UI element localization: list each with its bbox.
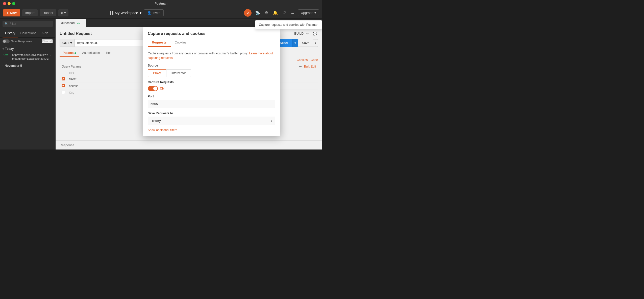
method-select[interactable]: GET ▾ <box>60 39 75 47</box>
param-checkbox-key[interactable] <box>62 91 65 94</box>
save-responses-label: Save Responses <box>11 40 32 43</box>
tooltip-bubble: Capture requests and cookies with Postma… <box>255 20 322 29</box>
antenna-icon-button[interactable]: 📡 <box>254 9 261 16</box>
today-label: Today <box>5 47 14 51</box>
workspace-caret: ▾ <box>140 11 141 15</box>
layout-icon: ⧉ <box>61 11 63 15</box>
runner-button[interactable]: Runner <box>40 9 57 16</box>
top-nav: + New Import Runner ⧉ ▾ My Workspace ▾ 👤… <box>0 7 322 19</box>
show-additional-filters-button[interactable]: Show additional filters <box>148 128 177 132</box>
workspace-icon <box>110 11 113 15</box>
heart-icon-button[interactable]: ♡ <box>281 9 287 16</box>
new-label: New <box>10 11 17 15</box>
param-checkbox-access[interactable] <box>62 84 65 87</box>
toggle-on-label: ON <box>160 87 164 90</box>
sidebar: 🔍 History Collections APIs Save Response… <box>0 19 56 150</box>
sidebar-controls: Save Responses Clear all <box>0 38 55 45</box>
req-tab-authorization[interactable]: Authorization <box>79 49 103 57</box>
source-section-label: Source <box>148 64 275 67</box>
today-section-header[interactable]: ▾ Today <box>3 47 53 51</box>
upgrade-caret: ▾ <box>314 11 316 15</box>
interceptor-source-button[interactable]: Interceptor <box>166 69 191 77</box>
modal-tabs: Requests Cookies <box>148 38 275 47</box>
title-bar: Postman <box>0 0 322 7</box>
param-checkbox-direct[interactable] <box>62 77 65 80</box>
minimize-button[interactable] <box>8 2 11 5</box>
capture-toggle[interactable] <box>148 86 158 91</box>
avatar[interactable]: ↺ <box>244 9 252 17</box>
source-buttons: Proxy Interceptor <box>148 69 275 77</box>
nov5-section-header[interactable]: › November 5 <box>3 64 53 68</box>
bulk-edit-button[interactable]: Bulk Edit <box>304 65 316 68</box>
three-dots-button[interactable]: ••• <box>299 65 303 69</box>
sidebar-search: 🔍 <box>0 19 55 29</box>
capture-modal: Capture requests and cookies Requests Co… <box>143 27 280 136</box>
search-icon: 🔍 <box>5 22 8 26</box>
edit-icon-button[interactable]: ✏ <box>306 31 310 36</box>
upgrade-button[interactable]: Upgrade ▾ <box>298 9 319 16</box>
nov5-label: November 5 <box>5 64 22 68</box>
response-label: Response <box>60 143 75 147</box>
cookies-button[interactable]: Cookies <box>297 58 308 62</box>
modal-body: Capture requests from any device or brow… <box>143 47 280 136</box>
search-input[interactable] <box>10 22 51 26</box>
invite-label: Invite <box>153 11 160 15</box>
build-label: BUILD <box>294 32 304 35</box>
app-title: Postman <box>155 2 167 5</box>
save-to-select[interactable]: History <box>148 117 275 125</box>
invite-button[interactable]: 👤 Invite <box>144 9 164 16</box>
import-button[interactable]: Import <box>22 9 38 16</box>
proxy-source-button[interactable]: Proxy <box>148 69 166 77</box>
save-to-select-wrap: History <box>148 117 275 125</box>
save-responses-toggle[interactable] <box>3 39 10 43</box>
save-caret-button[interactable]: ▾ <box>313 39 318 47</box>
tab-launchpad[interactable]: Launchpad GET <box>56 19 86 27</box>
close-button[interactable] <box>3 2 6 5</box>
new-button[interactable]: + New <box>3 9 20 16</box>
tab-history[interactable]: History <box>3 29 18 37</box>
params-dot <box>75 52 76 54</box>
search-wrap: 🔍 <box>3 21 53 27</box>
req-tab-headers[interactable]: Hea <box>103 49 114 57</box>
comment-icon-button[interactable]: 💬 <box>312 31 318 36</box>
layout-caret: ▾ <box>64 11 66 15</box>
traffic-lights <box>3 2 15 5</box>
tab-get-badge: GET <box>77 22 82 24</box>
layout-button[interactable]: ⧉ ▾ <box>58 9 68 16</box>
tab-collections[interactable]: Collections <box>18 29 39 37</box>
sidebar-content: ▾ Today GET https://fft.cloud.iqiyi.com/… <box>0 45 55 150</box>
modal-title: Capture requests and cookies <box>148 31 275 36</box>
main-layout: 🔍 History Collections APIs Save Response… <box>0 19 322 150</box>
code-button[interactable]: Code <box>311 58 318 62</box>
modal-tab-cookies[interactable]: Cookies <box>171 38 191 47</box>
maximize-button[interactable] <box>12 2 15 5</box>
clear-all-button[interactable]: Clear all <box>42 39 53 43</box>
settings-icon-button[interactable]: ⚙ <box>264 9 269 16</box>
port-input[interactable] <box>148 100 275 108</box>
center-nav: My Workspace ▾ 👤 Invite <box>110 9 164 16</box>
workspace-button[interactable]: My Workspace ▾ <box>110 11 141 15</box>
req-tab-params[interactable]: Params <box>60 49 79 57</box>
response-area: Response <box>56 140 322 150</box>
save-responses-wrap: Save Responses <box>3 39 32 43</box>
sidebar-tabs: History Collections APIs <box>0 29 55 38</box>
workspace-label: My Workspace <box>115 11 138 15</box>
method-badge: GET <box>4 53 11 56</box>
right-nav: ↺ 📡 ⚙ 🔔 ♡ ☁ Upgrade ▾ <box>244 9 319 17</box>
capture-toggle-wrap: ON <box>148 86 275 91</box>
today-chevron: ▾ <box>3 48 4 50</box>
request-title: Untitled Request <box>60 31 92 36</box>
plus-icon: + <box>7 11 9 15</box>
send-caret-button[interactable]: ▾ <box>292 39 298 47</box>
invite-icon: 👤 <box>147 11 151 15</box>
cloud-icon-button[interactable]: ☁ <box>289 9 295 16</box>
bell-icon-button[interactable]: 🔔 <box>272 9 279 16</box>
port-label: Port <box>148 95 275 98</box>
modal-tab-requests[interactable]: Requests <box>148 38 171 47</box>
upgrade-label: Upgrade <box>301 11 313 15</box>
list-item[interactable]: GET https://fft.cloud.iqiyi.com/s/bYT2m6… <box>3 52 53 62</box>
tab-apis[interactable]: APIs <box>39 29 51 37</box>
modal-description: Capture requests from any device or brow… <box>148 51 275 60</box>
content-area: Launchpad GET Untitled Request BUILD ✏ 💬… <box>56 19 322 150</box>
save-button[interactable]: Save <box>298 39 313 47</box>
